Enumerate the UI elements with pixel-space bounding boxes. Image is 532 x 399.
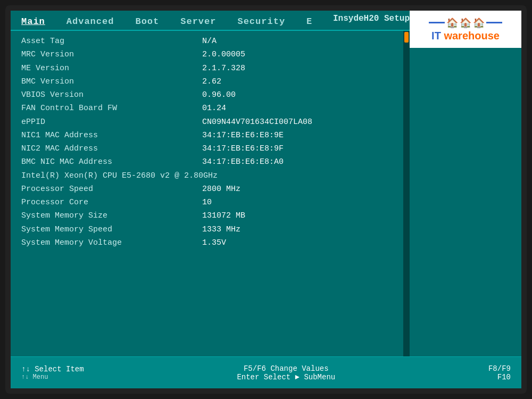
field-label: BMC Version xyxy=(21,76,202,88)
nav-main[interactable]: Main xyxy=(11,14,56,29)
table-row: Processor Speed 2800 MHz xyxy=(21,183,511,195)
bios-brand-title: InsydeH20 Setup xyxy=(333,14,410,23)
field-value: 0.96.00 xyxy=(202,89,236,101)
field-label: Processor Speed xyxy=(21,183,202,195)
nav-advanced[interactable]: Advanced xyxy=(56,14,125,29)
status-enter: Enter Select ► SubMenu xyxy=(237,373,335,381)
field-label: NIC2 MAC Address xyxy=(21,143,202,155)
field-value: 01.24 xyxy=(202,102,226,114)
nav-security[interactable]: Security xyxy=(227,14,296,29)
status-arrows: ↑↓ Select Item xyxy=(21,365,84,373)
field-value: 10 xyxy=(202,196,212,209)
field-value: 2.1.7.328 xyxy=(202,62,245,74)
processor-label: Intel(R) Xeon(R) CPU E5-2680 v2 @ 2.80GH… xyxy=(21,171,218,180)
table-row: NIC2 MAC Address 34:17:EB:E6:E8:9F xyxy=(21,143,511,155)
field-value: N/A xyxy=(202,35,217,47)
logo-line-right xyxy=(486,22,502,23)
field-value: 34:17:EB:E6:E8:9F xyxy=(202,143,284,155)
table-row: ME Version 2.1.7.328 xyxy=(21,62,511,74)
house-icon-3: 🏠 xyxy=(473,17,485,29)
field-label: NIC1 MAC Address xyxy=(21,129,202,142)
table-row: BMC NIC MAC Address 34:17:EB:E6:E8:A0 xyxy=(21,156,511,168)
logo-it: IT xyxy=(431,30,441,41)
field-value: CN09N44V701634CI007LA08 xyxy=(202,116,312,128)
table-row: System Memory Speed 1333 MHz xyxy=(21,223,511,236)
field-label: System Memory Voltage xyxy=(21,237,202,249)
status-f10: F10 xyxy=(488,373,511,381)
status-help: ↑↓ Select Item ↑↓ Menu xyxy=(21,365,84,381)
bios-screen: Main Advanced Boot Server Security E Ins… xyxy=(11,11,521,388)
status-bar: ↑↓ Select Item ↑↓ Menu F5/F6 Change Valu… xyxy=(11,356,521,388)
field-label: Processor Core xyxy=(21,196,202,209)
table-row: Processor Core 10 xyxy=(21,196,511,209)
status-f8f9: F8/F9 xyxy=(488,364,511,373)
field-label: FAN Control Board FW xyxy=(21,102,202,114)
status-right: F8/F9 F10 xyxy=(488,364,511,381)
field-value: 2800 MHz xyxy=(202,183,240,195)
house-icon-2: 🏠 xyxy=(460,17,471,29)
field-label: System Memory Speed xyxy=(21,223,202,236)
table-row: VBIOS Version 0.96.00 xyxy=(21,89,511,101)
monitor-frame: Main Advanced Boot Server Security E Ins… xyxy=(5,5,527,394)
field-label: ePPID xyxy=(21,116,202,128)
logo-warehouse: warehouse xyxy=(441,30,500,41)
logo-overlay: 🏠 🏠 🏠 IT warehouse xyxy=(410,11,521,48)
logo-text: IT warehouse xyxy=(431,30,500,42)
table-row: MRC Version 2.0.00005 xyxy=(21,48,511,61)
status-f5f6: F5/F6 Change Values xyxy=(237,364,335,373)
table-row: FAN Control Board FW 01.24 xyxy=(21,102,511,114)
field-value: 1.35V xyxy=(202,237,226,249)
field-label: MRC Version xyxy=(21,48,202,61)
status-center: F5/F6 Change Values Enter Select ► SubMe… xyxy=(237,364,335,381)
table-row: System Memory Voltage 1.35V xyxy=(21,237,511,249)
table-row: BMC Version 2.62 xyxy=(21,76,511,88)
nav-extra[interactable]: E xyxy=(296,14,323,29)
table-row: System Memory Size 131072 MB xyxy=(21,210,511,222)
field-label: System Memory Size xyxy=(21,210,202,222)
field-label: VBIOS Version xyxy=(21,89,202,101)
field-value: 131072 MB xyxy=(202,210,245,222)
table-row-processor: Intel(R) Xeon(R) CPU E5-2680 v2 @ 2.80GH… xyxy=(21,170,511,182)
field-value: 34:17:EB:E6:E8:9E xyxy=(202,129,284,142)
house-icon-1: 🏠 xyxy=(446,17,458,29)
field-label: ME Version xyxy=(21,62,202,74)
field-value: 2.62 xyxy=(202,76,221,88)
nav-boot[interactable]: Boot xyxy=(124,14,170,29)
field-value: 1333 MHz xyxy=(202,223,240,236)
field-value: 2.0.00005 xyxy=(202,48,245,61)
table-row: ePPID CN09N44V701634CI007LA08 xyxy=(21,116,511,128)
table-row: NIC1 MAC Address 34:17:EB:E6:E8:9E xyxy=(21,129,511,142)
field-value: 34:17:EB:E6:E8:A0 xyxy=(202,156,284,168)
status-menu-label: ↑↓ Menu xyxy=(21,373,84,381)
nav-server[interactable]: Server xyxy=(170,14,227,29)
content-area: Asset Tag N/A MRC Version 2.0.00005 ME V… xyxy=(11,31,521,356)
logo-houses: 🏠 🏠 🏠 xyxy=(429,17,502,29)
field-label: BMC NIC MAC Address xyxy=(21,156,202,168)
logo-line-left xyxy=(429,22,445,23)
field-label: Asset Tag xyxy=(21,35,202,47)
